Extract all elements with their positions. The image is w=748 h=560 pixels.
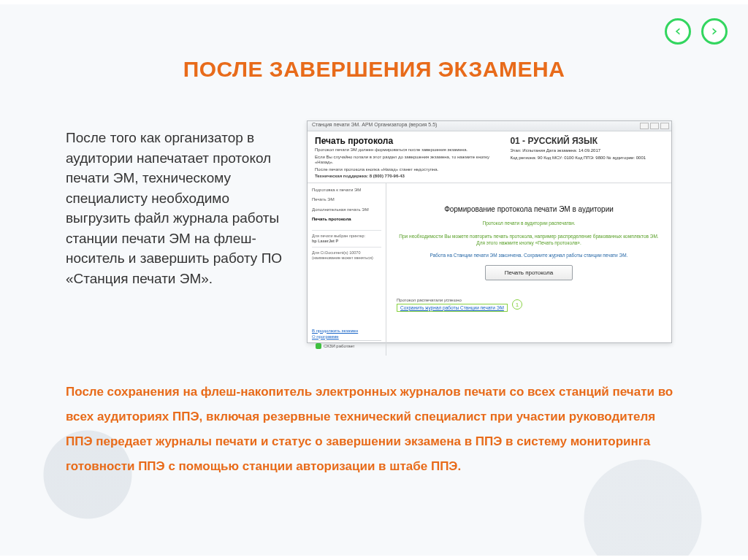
about-link[interactable]: О программе	[312, 334, 381, 339]
subject-title: 01 - РУССКИЙ ЯЗЫК	[510, 136, 664, 146]
app-screenshot: Станция печати ЭМ. АРМ Организатора (вер…	[307, 120, 672, 343]
main-panel: Формирование протокола печати ЭМ в аудит…	[386, 183, 671, 356]
main-title: Формирование протокола печати ЭМ в аудит…	[397, 205, 661, 213]
top-border	[0, 0, 748, 4]
header-right: 01 - РУССКИЙ ЯЗЫК Этап: Испытания Дата э…	[503, 136, 664, 180]
status-led-icon	[316, 343, 321, 349]
exam-meta1: Этап: Испытания Дата экзамена: 14.09.201…	[510, 147, 664, 153]
sidebar-step-2[interactable]: Печать ЭМ	[312, 197, 381, 203]
status-bar: СКЗИ работает	[312, 340, 381, 351]
sidebar-separator	[312, 230, 381, 231]
bottom-border	[0, 556, 748, 560]
printer-label: Для печати выбран принтер:	[312, 234, 381, 239]
window-titlebar: Станция печати ЭМ. АРМ Организатора (вер…	[308, 121, 671, 131]
header-sub3: После печати протокола кнопка «Назад» ст…	[315, 167, 503, 173]
done-label: Протокол распечатали успешно	[397, 298, 508, 302]
status-text: СКЗИ работает	[324, 344, 355, 348]
header-left: Печать протокола Протокол печати ЭМ долж…	[315, 136, 503, 180]
slide-title: ПОСЛЕ ЗАВЕРШЕНИЯ ЭКЗАМЕНА	[0, 57, 748, 82]
chevron-right-icon	[709, 26, 720, 37]
info-text: Работа на Станции печати ЭМ закончена. С…	[397, 253, 661, 258]
exam-meta2: Код региона: 90 Код МСУ: 0100 Код ППЭ: 9…	[510, 155, 664, 161]
footer-paragraph: После сохранения на флеш-накопитель элек…	[66, 380, 682, 479]
header-sub1: Протокол печати ЭМ должен формироваться …	[315, 147, 503, 153]
prev-button[interactable]	[665, 18, 691, 45]
close-button[interactable]	[660, 123, 669, 129]
window-controls	[640, 123, 669, 129]
maximize-button[interactable]	[650, 123, 659, 129]
done-row: Протокол распечатали успешно Сохранить ж…	[397, 298, 661, 312]
nav-arrows	[665, 18, 728, 45]
chevron-left-icon	[672, 26, 684, 37]
minimize-button[interactable]	[640, 123, 649, 129]
sidebar-step-3[interactable]: Дополнительная печать ЭМ	[312, 207, 381, 213]
sidebar-separator-2	[312, 247, 381, 248]
app-body: Подготовка к печати ЭМ Печать ЭМ Дополни…	[308, 183, 671, 356]
sidebar-step-4[interactable]: Печать протокола	[312, 217, 381, 223]
header-title: Печать протокола	[315, 136, 503, 146]
sidebar-step-1[interactable]: Подготовка к печати ЭМ	[312, 188, 381, 193]
success-text-2: При необходимости Вы можете повторить пе…	[397, 234, 661, 247]
save-journal-link[interactable]: Сохранить журнал работы Станции печати Э…	[397, 304, 508, 312]
print-protocol-button[interactable]: Печать протокола	[485, 265, 573, 280]
window-title: Станция печати ЭМ. АРМ Организатора (вер…	[312, 122, 437, 127]
sidebar: Подготовка к печати ЭМ Печать ЭМ Дополни…	[308, 183, 386, 356]
next-button[interactable]	[701, 18, 728, 45]
slide: ПОСЛЕ ЗАВЕРШЕНИЯ ЭКЗАМЕНА После того как…	[0, 0, 748, 560]
continue-exam-link[interactable]: В продолжить экзамен	[312, 329, 381, 333]
header-sub2: Если Вы случайно попали в этот раздел до…	[315, 155, 503, 166]
body-paragraph: После того как организатор в аудитории н…	[66, 128, 292, 288]
printer-note: Для Сі:Document(s) 10070 (наименование м…	[312, 250, 381, 261]
callout-badge: 1	[512, 299, 522, 310]
printer-name: hp LaserJet P	[312, 239, 381, 244]
success-text-1: Протокол печати в аудитории распечатан.	[397, 220, 661, 227]
app-header: Печать протокола Протокол печати ЭМ долж…	[308, 131, 671, 183]
header-support: Техническая поддержка: 8 (800) 770-96-43	[315, 174, 503, 180]
sidebar-spacer	[312, 261, 381, 328]
